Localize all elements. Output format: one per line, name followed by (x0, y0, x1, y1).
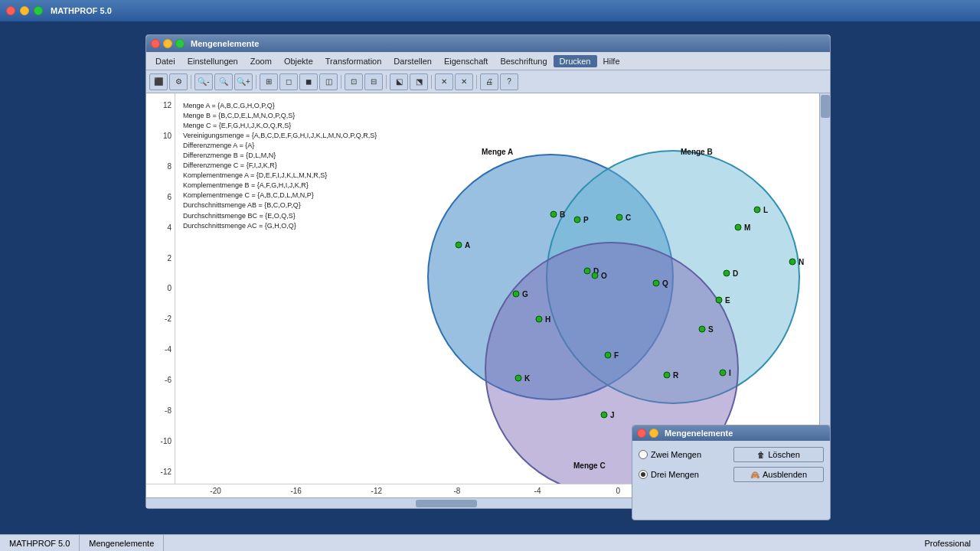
window-close-btn[interactable] (151, 39, 160, 48)
point-b (550, 211, 557, 217)
status-bar: MATHPROF 5.0 Mengenelemente Professional (0, 534, 980, 551)
point-m (735, 224, 741, 230)
legend-line-8: Komplementmenge B = {A,F,G,H,I,J,K,R} (183, 181, 397, 191)
status-app-label: MATHPROF 5.0 (9, 539, 70, 548)
label-k: K (524, 374, 531, 383)
mini-window-title-bar: Mengenelemente (632, 425, 830, 441)
label-l: L (763, 206, 768, 214)
menu-bar: Datei Einstellungen Zoom Objekte Transfo… (146, 52, 830, 70)
label-e: E (725, 296, 730, 305)
toolbar-btn-1[interactable]: ⬛ (149, 73, 168, 90)
menu-objekte[interactable]: Objekte (278, 55, 319, 67)
y-label-10: 10 (163, 132, 172, 140)
point-q (653, 280, 659, 286)
point-d (584, 268, 590, 274)
point-e (716, 297, 722, 303)
legend-line-7: Komplementmenge A = {D,E,F,I,J,K,L,M,N,R… (183, 171, 397, 181)
radio-zwei-mengen[interactable]: Zwei Mengen (639, 450, 729, 459)
maximize-btn[interactable] (34, 6, 43, 15)
mini-minimize-btn[interactable] (649, 429, 658, 438)
toolbar-print[interactable]: 🖨 (480, 73, 498, 90)
mini-window: Mengenelemente Zwei Mengen 🗑 Löschen Dre… (632, 425, 831, 520)
label-r: R (673, 371, 679, 380)
toolbar-btn-6[interactable]: ◻ (279, 73, 298, 90)
radio-drei-mengen[interactable]: Drei Mengen (639, 470, 729, 479)
menu-zoom[interactable]: Zoom (244, 55, 278, 67)
menu-drucken[interactable]: Drucken (554, 55, 597, 67)
x-label-n12: -12 (336, 487, 416, 495)
legend-line-0: Menge A = {A,B,C,G,H,O,P,Q} (183, 101, 397, 111)
label-menge-c: Menge C (573, 461, 606, 470)
status-module-label: Mengenelemente (89, 539, 154, 548)
y-label-n10: -10 (161, 437, 172, 445)
btn-loeschen-label: Löschen (768, 450, 800, 459)
label-menge-a: Menge A (482, 148, 513, 156)
menu-darstellen[interactable]: Darstellen (387, 55, 438, 67)
title-bar: MATHPROF 5.0 (0, 0, 980, 21)
legend-line-4: Differenzmenge A = {A} (183, 141, 397, 151)
toolbar-zoom-out[interactable]: 🔍- (194, 73, 213, 90)
window-minimize-btn[interactable] (163, 39, 172, 48)
btn-loeschen[interactable]: 🗑 Löschen (733, 447, 824, 462)
mini-window-title-text: Mengenelemente (665, 429, 733, 438)
toolbar-btn-11[interactable]: ⬕ (390, 73, 408, 90)
toolbar-zoom-in[interactable]: 🔍+ (234, 73, 253, 90)
toolbar-btn-close1[interactable]: ✕ (435, 73, 453, 90)
toolbar-btn-2[interactable]: ⚙ (169, 73, 188, 90)
toolbar-zoom-reset[interactable]: 🔍 (214, 73, 233, 90)
window-title-bar: Mengenelemente (146, 35, 830, 52)
label-b: B (560, 210, 565, 219)
close-btn[interactable] (6, 6, 15, 15)
toolbar-help[interactable]: ? (500, 73, 518, 90)
point-l (754, 207, 760, 213)
point-p (574, 217, 580, 223)
toolbar: ⬛ ⚙ 🔍- 🔍 🔍+ ⊞ ◻ ◼ ◫ ⊡ ⊟ ⬕ ⬔ ✕ ✕ 🖨 ? (146, 70, 830, 93)
radio-drei-icon[interactable] (639, 470, 648, 479)
label-i: I (729, 369, 731, 377)
label-m: M (744, 223, 750, 232)
y-label-12: 12 (163, 101, 172, 109)
toolbar-btn-5[interactable]: ⊞ (260, 73, 278, 90)
x-label-n8: -8 (416, 487, 497, 495)
y-label-n4: -4 (165, 345, 172, 354)
label-a: A (465, 241, 470, 249)
y-label-8: 8 (167, 162, 172, 171)
point-i (720, 370, 726, 376)
y-label-n2: -2 (165, 315, 172, 323)
toolbar-btn-9[interactable]: ⊡ (345, 73, 363, 90)
btn-ausblenden[interactable]: 🙈 Ausblenden (733, 467, 824, 482)
menu-hilfe[interactable]: Hilfe (597, 55, 626, 67)
point-j (601, 412, 607, 418)
legend-line-5: Differenzmenge B = {D,L,M,N} (183, 151, 397, 161)
legend-line-6: Differenzmenge C = {F,I,J,K,R} (183, 161, 397, 171)
point-c (616, 214, 622, 220)
legend-area: Menge A = {A,B,C,G,H,O,P,Q}Menge B = {B,… (183, 101, 397, 231)
label-f: F (614, 351, 619, 360)
toolbar-sep-5 (431, 75, 432, 89)
window-maximize-btn[interactable] (175, 39, 185, 48)
toolbar-btn-close2[interactable]: ✕ (455, 73, 473, 90)
menu-transformation[interactable]: Transformation (319, 55, 388, 67)
y-label-0: 0 (167, 284, 172, 292)
label-h: H (545, 315, 550, 324)
toolbar-btn-10[interactable]: ⊟ (364, 73, 383, 90)
legend-line-10: Durchschnittsmenge AB = {B,C,O,P,Q} (183, 201, 397, 210)
mini-close-btn[interactable] (637, 429, 646, 438)
label-q: Q (662, 279, 668, 288)
y-label-2: 2 (167, 254, 172, 262)
toolbar-btn-12[interactable]: ⬔ (410, 73, 428, 90)
y-label-n6: -6 (165, 376, 172, 384)
y-axis: 12 10 8 6 4 2 0 -2 -4 -6 -8 -10 -12 (146, 93, 175, 484)
radio-zwei-icon[interactable] (639, 450, 648, 459)
menu-datei[interactable]: Datei (149, 55, 181, 67)
x-label-n20: -20 (175, 487, 256, 495)
minimize-btn[interactable] (20, 6, 29, 15)
radio-drei-label: Drei Mengen (651, 470, 699, 479)
menu-eigenschaft[interactable]: Eigenschaft (438, 55, 494, 67)
window-title: Mengenelemente (191, 39, 259, 48)
toolbar-btn-7[interactable]: ◼ (299, 73, 318, 90)
toolbar-btn-8[interactable]: ◫ (319, 73, 338, 90)
menu-beschriftung[interactable]: Beschriftung (494, 55, 553, 67)
menu-einstellungen[interactable]: Einstellungen (181, 55, 244, 67)
label-p: P (583, 216, 589, 224)
